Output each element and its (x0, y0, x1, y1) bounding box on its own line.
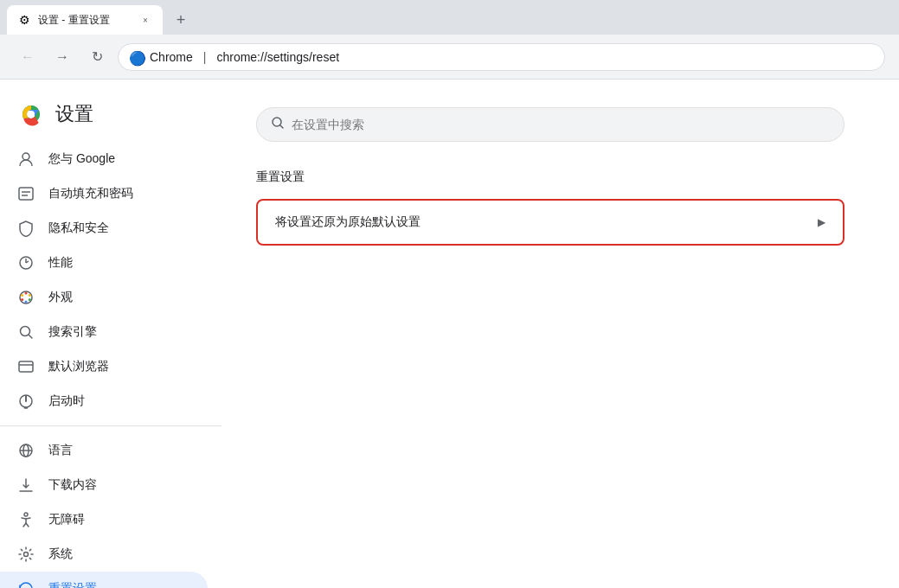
system-icon (17, 546, 35, 563)
svg-point-10 (29, 298, 31, 301)
sidebar-item-downloads-label: 下载内容 (48, 477, 97, 493)
reload-button[interactable]: ↻ (83, 43, 111, 71)
svg-rect-3 (19, 188, 33, 200)
appearance-icon (17, 289, 35, 306)
back-button[interactable]: ← (14, 43, 42, 71)
forward-button[interactable]: → (48, 43, 76, 71)
search-icon (271, 116, 285, 133)
sidebar-item-accessibility[interactable]: 无障碍 (0, 502, 208, 537)
svg-point-24 (24, 513, 28, 516)
svg-point-14 (21, 327, 30, 336)
reset-item-arrow-icon: ▶ (818, 216, 825, 228)
svg-point-11 (25, 301, 28, 304)
sidebar-item-accessibility-label: 无障碍 (48, 512, 85, 527)
url-bar[interactable]: 🔵 Chrome | chrome://settings/reset (118, 43, 885, 71)
sidebar-item-google-label: 您与 Google (48, 151, 115, 167)
sidebar-item-browser[interactable]: 默认浏览器 (0, 349, 208, 384)
reload-icon: ↻ (92, 48, 103, 65)
sidebar: 设置 您与 Google 自动填充和密码 隐私和安全 (0, 80, 222, 588)
sidebar-item-privacy[interactable]: 隐私和安全 (0, 211, 208, 246)
sidebar-item-reset[interactable]: 重置设置 (0, 572, 208, 588)
sidebar-item-reset-label: 重置设置 (48, 581, 97, 588)
svg-point-9 (29, 294, 31, 297)
browser-icon (17, 358, 35, 375)
active-tab[interactable]: ⚙ 设置 - 重置设置 × (7, 5, 163, 35)
sidebar-item-performance[interactable]: 性能 (0, 246, 208, 280)
url-site: Chrome (150, 50, 193, 64)
main-content: 重置设置 将设置还原为原始默认设置 ▶ (222, 80, 899, 588)
svg-line-27 (280, 125, 284, 129)
chrome-logo (17, 100, 45, 128)
address-bar: ← → ↻ 🔵 Chrome | chrome://settings/reset (0, 35, 899, 80)
sidebar-item-downloads[interactable]: 下载内容 (0, 468, 208, 502)
svg-line-15 (29, 336, 33, 339)
tab-close-button[interactable]: × (138, 13, 152, 27)
sidebar-item-search[interactable]: 搜索引擎 (0, 315, 208, 349)
sidebar-item-autofill[interactable]: 自动填充和密码 (0, 176, 208, 211)
sidebar-item-startup[interactable]: 启动时 (0, 384, 208, 419)
sidebar-item-appearance[interactable]: 外观 (0, 280, 208, 315)
url-security-icon: 🔵 (129, 50, 143, 64)
sidebar-item-language-label: 语言 (48, 443, 73, 458)
search-engine-icon (17, 323, 35, 341)
settings-header: 设置 (0, 93, 222, 142)
sidebar-item-autofill-label: 自动填充和密码 (48, 186, 133, 201)
sidebar-item-browser-label: 默认浏览器 (48, 359, 109, 374)
new-tab-button[interactable]: + (166, 5, 196, 35)
sidebar-item-appearance-label: 外观 (48, 290, 73, 305)
accessibility-icon (17, 511, 35, 528)
tab-favicon: ⚙ (17, 13, 31, 27)
svg-point-8 (25, 292, 28, 295)
tab-bar: ⚙ 设置 - 重置设置 × + (0, 0, 899, 35)
google-icon (17, 150, 35, 168)
privacy-icon (17, 220, 35, 237)
svg-point-12 (21, 298, 23, 301)
language-icon (17, 442, 35, 459)
sidebar-item-startup-label: 启动时 (48, 393, 85, 409)
sidebar-item-performance-label: 性能 (48, 255, 73, 271)
autofill-icon (17, 185, 35, 202)
search-input[interactable] (292, 118, 830, 131)
sidebar-divider (0, 425, 222, 426)
tab-title: 设置 - 重置设置 (38, 13, 132, 28)
sidebar-item-privacy-label: 隐私和安全 (48, 220, 109, 236)
browser-frame: ⚙ 设置 - 重置设置 × + ← → ↻ 🔵 Chrome | chrome:… (0, 0, 899, 588)
browser-content: 设置 您与 Google 自动填充和密码 隐私和安全 (0, 80, 899, 588)
back-icon: ← (21, 49, 35, 65)
forward-icon: → (55, 49, 69, 65)
sidebar-item-system-label: 系统 (48, 546, 73, 562)
search-bar[interactable] (256, 107, 844, 142)
svg-point-25 (24, 553, 29, 557)
url-path: chrome://settings/reset (216, 50, 339, 64)
startup-icon (17, 393, 35, 410)
svg-point-13 (21, 294, 23, 297)
downloads-icon (17, 476, 35, 494)
performance-icon (17, 254, 35, 272)
url-separator: | (203, 50, 207, 64)
reset-settings-item[interactable]: 将设置还原为原始默认设置 ▶ (256, 199, 844, 246)
sidebar-item-language[interactable]: 语言 (0, 433, 208, 468)
reset-item-label: 将设置还原为原始默认设置 (275, 214, 421, 230)
section-title: 重置设置 (256, 169, 864, 185)
sidebar-item-system[interactable]: 系统 (0, 537, 208, 572)
svg-point-2 (22, 153, 29, 160)
reset-icon (17, 580, 35, 588)
settings-title: 设置 (55, 101, 93, 127)
sidebar-item-google[interactable]: 您与 Google (0, 142, 208, 176)
svg-rect-16 (19, 361, 33, 372)
sidebar-item-search-label: 搜索引擎 (48, 324, 97, 340)
svg-point-1 (28, 111, 35, 118)
